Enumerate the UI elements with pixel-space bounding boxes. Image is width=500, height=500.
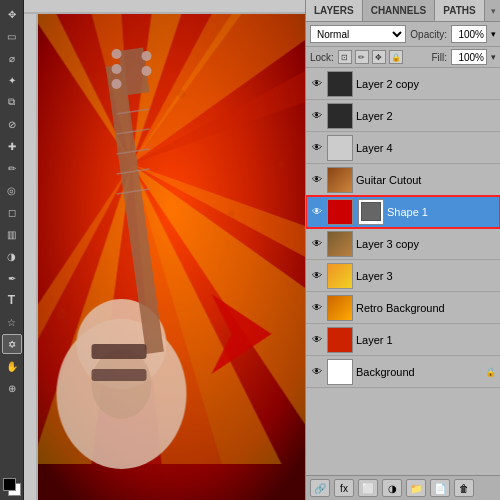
- tool-clone[interactable]: ◎: [2, 180, 22, 200]
- lock-all-button[interactable]: 🔒: [389, 50, 403, 64]
- canvas-content: [38, 14, 305, 500]
- layer-visibility-toggle[interactable]: 👁: [310, 301, 324, 315]
- layer-item-layer1[interactable]: 👁 Layer 1: [306, 324, 500, 356]
- layer-item-background[interactable]: 👁 Background 🔒: [306, 356, 500, 388]
- opacity-arrow[interactable]: ▾: [491, 29, 496, 39]
- tool-select-rect[interactable]: ▭: [2, 26, 22, 46]
- svg-point-43: [229, 211, 235, 217]
- tool-gradient[interactable]: ▥: [2, 224, 22, 244]
- tool-dodge[interactable]: ◑: [2, 246, 22, 266]
- layer-thumbnail: [327, 103, 353, 129]
- layers-list[interactable]: 👁 Layer 2 copy 👁 Layer 2 👁 Layer 4 👁 G: [306, 68, 500, 475]
- layer-item-guitar-cutout[interactable]: 👁 Guitar Cutout: [306, 164, 500, 196]
- ruler-left: [24, 14, 38, 500]
- layer-name: Guitar Cutout: [356, 174, 496, 186]
- color-swatches[interactable]: [3, 478, 21, 496]
- new-group-button[interactable]: 📁: [406, 479, 426, 497]
- svg-point-44: [57, 309, 67, 319]
- opacity-input[interactable]: [451, 25, 487, 43]
- tool-shape[interactable]: ☆: [2, 312, 22, 332]
- tool-heal[interactable]: ✚: [2, 136, 22, 156]
- tool-star[interactable]: ✡: [2, 334, 22, 354]
- svg-point-41: [79, 61, 85, 67]
- layer-name: Layer 2: [356, 110, 496, 122]
- layer-thumbnail: [327, 359, 353, 385]
- canvas-area: [24, 0, 305, 500]
- layer-visibility-toggle[interactable]: 👁: [310, 269, 324, 283]
- layer-item-shape1[interactable]: 👁 Shape 1: [306, 196, 500, 228]
- layer-name: Retro Background: [356, 302, 496, 314]
- layer-visibility-toggle[interactable]: 👁: [310, 77, 324, 91]
- layer-item-layer3copy[interactable]: 👁 Layer 3 copy: [306, 228, 500, 260]
- layer-visibility-toggle[interactable]: 👁: [310, 173, 324, 187]
- layer-item-layer2copy[interactable]: 👁 Layer 2 copy: [306, 68, 500, 100]
- lock-transparent-button[interactable]: ⊡: [338, 50, 352, 64]
- layer-visibility-toggle[interactable]: 👁: [310, 205, 324, 219]
- tool-move[interactable]: ✥: [2, 4, 22, 24]
- tool-eyedropper[interactable]: ⊘: [2, 114, 22, 134]
- svg-point-45: [279, 161, 285, 167]
- opacity-label: Opacity:: [410, 29, 447, 40]
- tool-zoom[interactable]: ⊕: [2, 378, 22, 398]
- layer-name: Layer 2 copy: [356, 78, 496, 90]
- panel-bottom-bar: 🔗 fx ⬜ ◑ 📁 📄 🗑: [306, 475, 500, 500]
- layer-item-retro-bg[interactable]: 👁 Retro Background: [306, 292, 500, 324]
- toolbar: ✥ ▭ ⌀ ✦ ⧉ ⊘ ✚ ✏ ◎ ◻ ▥ ◑ ✒ T ☆ ✡ ✋ ⊕: [0, 0, 24, 500]
- layer-visibility-toggle[interactable]: 👁: [310, 109, 324, 123]
- layer-mask-button[interactable]: ⬜: [358, 479, 378, 497]
- right-panel: LAYERS CHANNELS PATHS ▾ Normal Opacity: …: [305, 0, 500, 500]
- layer-thumbnail: [327, 231, 353, 257]
- tab-channels[interactable]: CHANNELS: [363, 0, 436, 21]
- fill-label: Fill:: [431, 52, 447, 63]
- svg-rect-2: [24, 14, 38, 500]
- new-layer-button[interactable]: 📄: [430, 479, 450, 497]
- layer-thumbnail: [327, 167, 353, 193]
- layer-thumbnail: [327, 295, 353, 321]
- adjustment-layer-button[interactable]: ◑: [382, 479, 402, 497]
- tool-text[interactable]: T: [2, 290, 22, 310]
- layer-visibility-toggle[interactable]: 👁: [310, 141, 324, 155]
- fill-arrow[interactable]: ▾: [491, 52, 496, 62]
- layer-name: Layer 4: [356, 142, 496, 154]
- layer-styles-button[interactable]: fx: [334, 479, 354, 497]
- blend-mode-select[interactable]: Normal: [310, 25, 406, 43]
- delete-layer-button[interactable]: 🗑: [454, 479, 474, 497]
- layer-thumbnail-red: [327, 199, 353, 225]
- layer-name: Background: [356, 366, 482, 378]
- tool-lasso[interactable]: ⌀: [2, 48, 22, 68]
- layer-item-layer2[interactable]: 👁 Layer 2: [306, 100, 500, 132]
- blend-mode-row: Normal Opacity: ▾: [306, 22, 500, 47]
- lock-position-button[interactable]: ✥: [372, 50, 386, 64]
- lock-pixels-button[interactable]: ✏: [355, 50, 369, 64]
- ruler-top: [24, 0, 305, 14]
- layer-thumbnail: [327, 71, 353, 97]
- foreground-color-swatch[interactable]: [3, 478, 16, 491]
- panel-tabs: LAYERS CHANNELS PATHS ▾: [306, 0, 500, 22]
- tab-layers[interactable]: LAYERS: [306, 0, 363, 21]
- tool-crop[interactable]: ⧉: [2, 92, 22, 112]
- layer-item-layer3[interactable]: 👁 Layer 3: [306, 260, 500, 292]
- lock-icons-group: ⊡ ✏ ✥ 🔒: [338, 50, 403, 64]
- tool-brush[interactable]: ✏: [2, 158, 22, 178]
- app-container: ✥ ▭ ⌀ ✦ ⧉ ⊘ ✚ ✏ ◎ ◻ ▥ ◑ ✒ T ☆ ✡ ✋ ⊕: [0, 0, 500, 500]
- layer-thumbnail: [327, 263, 353, 289]
- link-layers-button[interactable]: 🔗: [310, 479, 330, 497]
- tab-paths[interactable]: PATHS: [435, 0, 484, 21]
- tool-hand[interactable]: ✋: [2, 356, 22, 376]
- svg-rect-0: [24, 0, 305, 14]
- layer-visibility-toggle[interactable]: 👁: [310, 365, 324, 379]
- layer-visibility-toggle[interactable]: 👁: [310, 333, 324, 347]
- layer-name: Layer 3 copy: [356, 238, 496, 250]
- layer-visibility-toggle[interactable]: 👁: [310, 237, 324, 251]
- tool-magic-wand[interactable]: ✦: [2, 70, 22, 90]
- tool-pen[interactable]: ✒: [2, 268, 22, 288]
- layer-name: Layer 3: [356, 270, 496, 282]
- svg-point-42: [178, 90, 186, 98]
- layer-thumbnail: [327, 135, 353, 161]
- fill-input[interactable]: [451, 49, 487, 65]
- layer-name: Layer 1: [356, 334, 496, 346]
- layer-thumbnail: [327, 327, 353, 353]
- panel-collapse-button[interactable]: ▾: [491, 0, 500, 21]
- tool-eraser[interactable]: ◻: [2, 202, 22, 222]
- layer-item-layer4[interactable]: 👁 Layer 4: [306, 132, 500, 164]
